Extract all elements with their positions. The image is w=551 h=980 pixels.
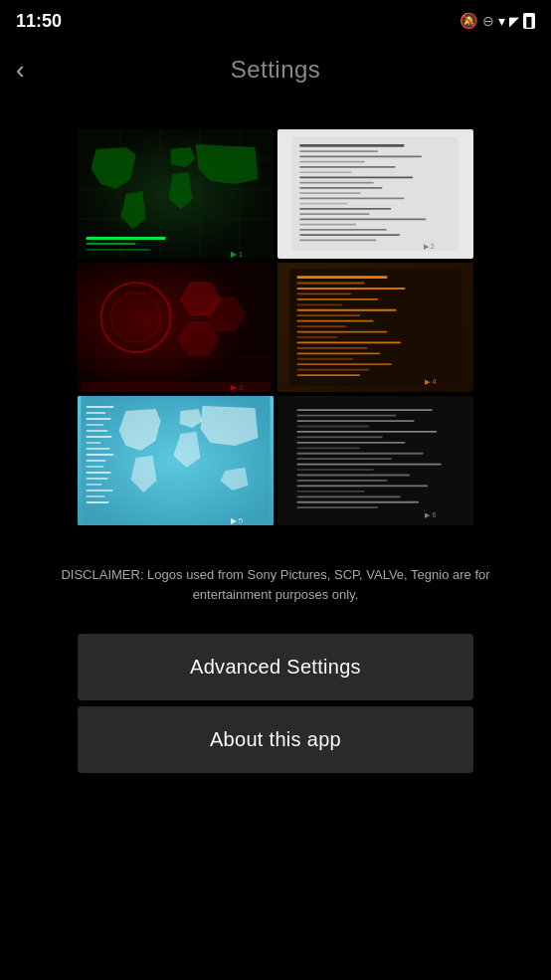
svg-rect-73	[87, 442, 101, 444]
svg-rect-30	[299, 240, 376, 242]
svg-rect-24	[299, 208, 391, 210]
svg-rect-94	[297, 453, 424, 455]
disclaimer-text: DISCLAIMER: Logos used from Sony Picture…	[0, 545, 551, 614]
svg-rect-82	[87, 495, 105, 497]
svg-text:▶ 6: ▶ 6	[425, 510, 436, 519]
status-time: 11:50	[16, 11, 62, 32]
advanced-settings-button[interactable]: Advanced Settings	[78, 634, 473, 700]
battery-icon: ▮	[523, 13, 535, 29]
svg-rect-80	[87, 484, 102, 486]
svg-rect-22	[299, 198, 404, 200]
do-not-disturb-icon: ⊖	[482, 13, 494, 29]
svg-rect-98	[297, 475, 410, 477]
svg-rect-27	[299, 224, 356, 226]
svg-rect-67	[87, 406, 114, 408]
svg-rect-16	[299, 166, 395, 168]
svg-rect-33	[82, 263, 271, 392]
svg-text:▶ 4: ▶ 4	[425, 377, 436, 386]
world-map-graphic-blue: ▶ 5	[78, 396, 274, 525]
svg-rect-95	[297, 458, 392, 460]
svg-rect-69	[87, 418, 111, 420]
svg-text:▶ 1: ▶ 1	[231, 250, 244, 259]
svg-rect-48	[297, 294, 351, 295]
svg-rect-53	[297, 320, 374, 322]
svg-rect-9	[87, 249, 151, 251]
svg-rect-68	[87, 412, 106, 414]
svg-rect-72	[87, 436, 112, 438]
svg-rect-52	[297, 314, 361, 316]
terminal-graphic-dark: ▶ 6	[285, 402, 465, 519]
svg-rect-86	[297, 409, 433, 411]
svg-rect-62	[297, 369, 370, 371]
svg-rect-103	[297, 501, 420, 503]
svg-rect-97	[297, 469, 374, 471]
world-map-graphic: ▶ 1	[78, 129, 274, 259]
svg-rect-45	[297, 276, 388, 279]
svg-rect-56	[297, 336, 338, 338]
svg-rect-96	[297, 464, 442, 466]
svg-rect-59	[297, 352, 381, 354]
svg-rect-8	[87, 243, 136, 245]
svg-rect-20	[299, 187, 382, 189]
svg-rect-57	[297, 342, 401, 344]
thumbnail-grid: ▶ 1	[0, 119, 551, 535]
theme-thumbnail-5[interactable]: ▶ 5	[78, 396, 274, 525]
svg-rect-26	[299, 219, 426, 221]
svg-rect-92	[297, 442, 406, 444]
svg-rect-58	[297, 347, 368, 349]
svg-rect-79	[87, 478, 108, 480]
mute-icon: 🔕	[459, 12, 478, 30]
svg-rect-12	[299, 144, 404, 147]
svg-rect-46	[297, 283, 365, 285]
svg-rect-60	[297, 358, 353, 360]
svg-rect-88	[297, 420, 415, 422]
back-button[interactable]: ‹	[16, 55, 25, 86]
svg-rect-100	[297, 486, 429, 488]
svg-rect-91	[297, 436, 383, 438]
svg-rect-61	[297, 363, 392, 365]
svg-rect-71	[87, 430, 108, 432]
theme-thumbnail-2[interactable]: ▶ 2	[277, 129, 473, 259]
svg-rect-104	[297, 506, 379, 508]
svg-rect-25	[299, 213, 369, 215]
svg-rect-99	[297, 480, 388, 482]
page-title: Settings	[16, 56, 535, 84]
svg-rect-70	[87, 424, 104, 426]
svg-rect-14	[299, 155, 422, 157]
scifi-graphic-red: ▶ 3	[78, 263, 274, 392]
svg-rect-17	[299, 171, 352, 173]
svg-rect-83	[87, 501, 109, 503]
svg-text:▶ 3: ▶ 3	[231, 383, 244, 392]
svg-rect-87	[297, 415, 397, 417]
about-app-button[interactable]: About this app	[78, 706, 473, 773]
svg-rect-13	[299, 150, 378, 152]
svg-rect-23	[299, 203, 347, 205]
svg-rect-19	[299, 182, 374, 184]
buttons-section: Advanced Settings About this app	[0, 624, 551, 783]
status-bar: 11:50 🔕 ⊖ ▾ ◤ ▮	[0, 0, 551, 40]
svg-rect-78	[87, 472, 111, 474]
svg-rect-50	[297, 303, 342, 305]
svg-rect-93	[297, 447, 361, 449]
svg-rect-77	[87, 466, 104, 468]
svg-rect-81	[87, 490, 113, 491]
svg-rect-76	[87, 460, 106, 462]
svg-rect-29	[299, 234, 400, 236]
svg-rect-74	[87, 448, 110, 450]
theme-thumbnail-1[interactable]: ▶ 1	[78, 129, 274, 259]
theme-thumbnail-3[interactable]: ▶ 3	[78, 263, 274, 392]
svg-rect-47	[297, 288, 406, 290]
signal-icon: ◤	[509, 14, 519, 29]
terminal-graphic-brown: ▶ 4	[285, 269, 465, 386]
svg-rect-89	[297, 426, 370, 428]
svg-rect-54	[297, 325, 347, 327]
svg-rect-101	[297, 490, 365, 492]
theme-thumbnail-6[interactable]: ▶ 6	[277, 396, 473, 525]
svg-rect-51	[297, 309, 397, 311]
terminal-graphic-white: ▶ 2	[287, 137, 463, 251]
theme-thumbnail-4[interactable]: ▶ 4	[277, 263, 473, 392]
svg-rect-102	[297, 495, 401, 497]
svg-rect-75	[87, 454, 114, 456]
header: ‹ Settings	[0, 40, 551, 99]
status-icons: 🔕 ⊖ ▾ ◤ ▮	[459, 12, 535, 30]
